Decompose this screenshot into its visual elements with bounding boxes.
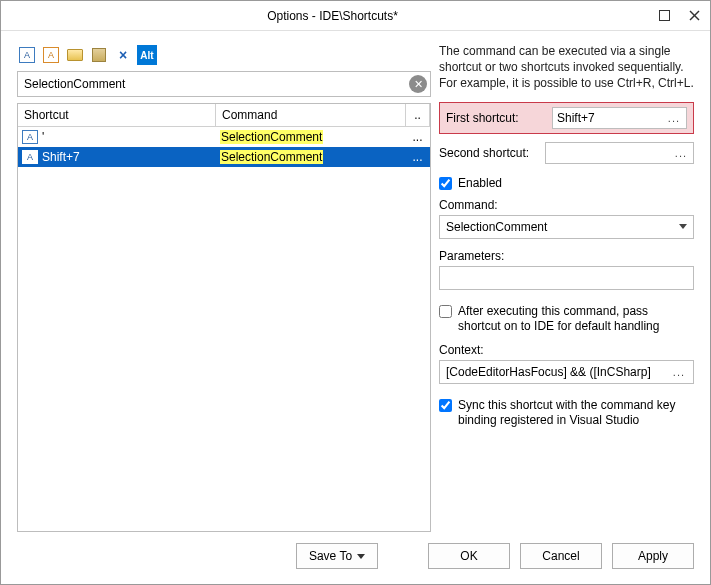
- shortcut-icon: A: [22, 130, 38, 144]
- second-shortcut-field[interactable]: ...: [545, 142, 694, 164]
- cell-shortcut: A ': [18, 127, 216, 147]
- second-shortcut-label: Second shortcut:: [439, 146, 537, 160]
- window-title: Options - IDE\Shortcuts*: [9, 9, 656, 23]
- alt-toggle[interactable]: Alt: [137, 45, 157, 65]
- command-label: Command:: [439, 198, 694, 212]
- ok-label: OK: [460, 549, 477, 563]
- ellipsis-icon[interactable]: ...: [668, 112, 682, 124]
- scheme2-button[interactable]: A: [41, 45, 61, 65]
- svg-rect-0: [659, 11, 669, 21]
- cancel-label: Cancel: [542, 549, 579, 563]
- header-dots[interactable]: ..: [406, 104, 430, 126]
- sync-label: Sync this shortcut with the command key …: [458, 398, 694, 429]
- shortcut-text: ': [42, 130, 44, 144]
- shortcut-text: Shift+7: [42, 150, 80, 164]
- apply-button[interactable]: Apply: [612, 543, 694, 569]
- header-command[interactable]: Command: [216, 104, 406, 126]
- open-button[interactable]: [65, 45, 85, 65]
- parameters-input[interactable]: [439, 266, 694, 290]
- command-section: Command: SelectionComment: [439, 198, 694, 239]
- close-button[interactable]: [686, 8, 702, 24]
- search-wrapper: ✕: [17, 71, 431, 97]
- cell-command: SelectionComment: [216, 147, 406, 167]
- pass-row: After executing this command, pass short…: [439, 304, 694, 335]
- context-label: Context:: [439, 343, 694, 357]
- save-button[interactable]: [89, 45, 109, 65]
- enabled-label: Enabled: [458, 176, 502, 190]
- maximize-button[interactable]: [656, 8, 672, 24]
- second-shortcut-row: Second shortcut: ...: [439, 142, 694, 164]
- pass-label: After executing this command, pass short…: [458, 304, 694, 335]
- command-text: SelectionComment: [220, 130, 323, 144]
- context-section: Context: [CodeEditorHasFocus] && ([InCSh…: [439, 343, 694, 384]
- command-value: SelectionComment: [446, 220, 547, 234]
- shortcut-grid: Shortcut Command .. A ' SelectionComment…: [17, 103, 431, 532]
- first-shortcut-row: First shortcut: Shift+7 ...: [439, 102, 694, 134]
- cancel-button[interactable]: Cancel: [520, 543, 602, 569]
- enabled-row: Enabled: [439, 176, 694, 190]
- alt-label: Alt: [140, 50, 153, 61]
- table-row[interactable]: A ' SelectionComment ...: [18, 127, 430, 147]
- cell-dots[interactable]: ...: [406, 127, 430, 147]
- parameters-section: Parameters:: [439, 249, 694, 290]
- search-input[interactable]: [17, 71, 431, 97]
- window-buttons: [656, 8, 702, 24]
- content-area: A A × Alt ✕ Shortcut Command ..: [1, 31, 710, 538]
- table-row[interactable]: A Shift+7 SelectionComment ...: [18, 147, 430, 167]
- header-shortcut[interactable]: Shortcut: [18, 104, 216, 126]
- grid-body: A ' SelectionComment ... A Shift+7 Selec…: [18, 127, 430, 531]
- right-panel: The command can be executed via a single…: [439, 43, 694, 532]
- scheme1-button[interactable]: A: [17, 45, 37, 65]
- first-shortcut-label: First shortcut:: [446, 111, 544, 125]
- shortcut-icon: A: [22, 150, 38, 164]
- pass-checkbox[interactable]: [439, 305, 452, 318]
- sync-checkbox[interactable]: [439, 399, 452, 412]
- first-shortcut-field[interactable]: Shift+7 ...: [552, 107, 687, 129]
- ok-button[interactable]: OK: [428, 543, 510, 569]
- saveto-button[interactable]: Save To: [296, 543, 378, 569]
- command-combo[interactable]: SelectionComment: [439, 215, 694, 239]
- left-toolbar: A A × Alt: [17, 43, 431, 71]
- enabled-checkbox[interactable]: [439, 177, 452, 190]
- context-field[interactable]: [CodeEditorHasFocus] && ([InCSharp] ...: [439, 360, 694, 384]
- delete-button[interactable]: ×: [113, 45, 133, 65]
- cell-command: SelectionComment: [216, 127, 406, 147]
- sync-row: Sync this shortcut with the command key …: [439, 398, 694, 429]
- titlebar: Options - IDE\Shortcuts*: [1, 1, 710, 31]
- saveto-label: Save To: [309, 549, 352, 563]
- footer: Save To OK Cancel Apply: [1, 538, 710, 584]
- context-value: [CodeEditorHasFocus] && ([InCSharp]: [446, 365, 651, 379]
- cell-dots[interactable]: ...: [406, 147, 430, 167]
- apply-label: Apply: [638, 549, 668, 563]
- options-dialog: Options - IDE\Shortcuts* A A × Alt ✕: [0, 0, 711, 585]
- grid-header: Shortcut Command ..: [18, 104, 430, 127]
- description-text: The command can be executed via a single…: [439, 43, 694, 92]
- parameters-label: Parameters:: [439, 249, 694, 263]
- ellipsis-icon[interactable]: ...: [673, 366, 687, 378]
- clear-search-icon[interactable]: ✕: [409, 75, 427, 93]
- left-panel: A A × Alt ✕ Shortcut Command ..: [17, 43, 431, 532]
- command-text: SelectionComment: [220, 150, 323, 164]
- chevron-down-icon: [357, 554, 365, 559]
- first-shortcut-value: Shift+7: [557, 111, 595, 125]
- cell-shortcut: A Shift+7: [18, 147, 216, 167]
- ellipsis-icon[interactable]: ...: [675, 147, 689, 159]
- chevron-down-icon: [679, 224, 687, 229]
